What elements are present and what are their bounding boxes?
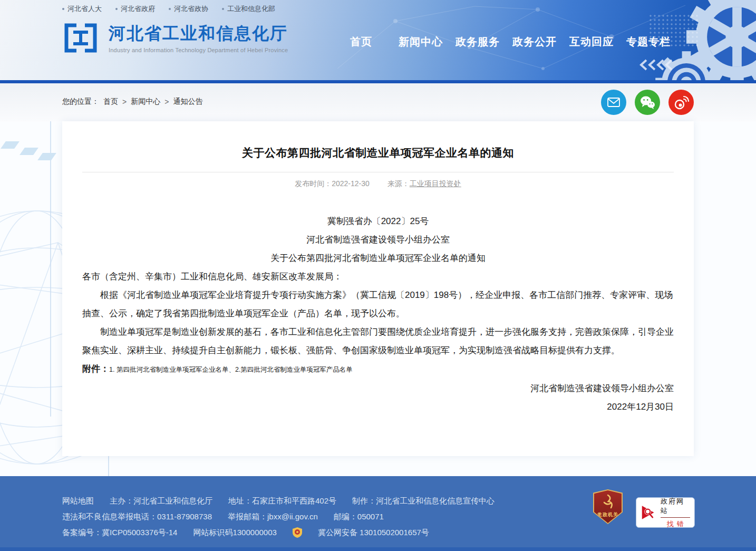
- top-link-zhengfu[interactable]: 河北省政府: [115, 4, 155, 14]
- police-record-link[interactable]: 冀公网安备 13010502001657号: [318, 525, 429, 540]
- nav-disclosure[interactable]: 政务公开: [512, 35, 557, 49]
- party-government-badge: 党政机关: [593, 489, 623, 524]
- title-divider: [82, 172, 674, 172]
- watermark-diamond: [37, 153, 56, 160]
- watermark-diamond: [1, 141, 20, 149]
- top-link-label: 河北省人大: [67, 4, 102, 14]
- breadcrumb-home[interactable]: 首页: [103, 97, 118, 107]
- sitemap-link[interactable]: 网站地图: [62, 493, 94, 509]
- gov-site-error-report-badge[interactable]: 政府网站 找错: [636, 497, 695, 528]
- error-report-divider: [661, 517, 690, 518]
- doc-salutation: 各市（含定州、辛集市）工业和信息化局、雄安新区改革发展局：: [82, 267, 674, 286]
- site-logo-icon: [62, 21, 99, 55]
- site-header: 河北省人大 河北省政府 河北省政协 工业和信息化部 河北省工业和信息化厅 Ind…: [0, 0, 756, 80]
- attachment-label: 附件：: [82, 364, 109, 374]
- publish-date: 发布时间：2022-12-30: [295, 179, 370, 188]
- top-link-miit[interactable]: 工业和信息化部: [222, 4, 275, 14]
- notice-article-card: 关于公布第四批河北省制造业单项冠军企业名单的通知 发布时间：2022-12-30…: [62, 121, 694, 456]
- error-report-magnifier-icon: [641, 504, 657, 521]
- doc-paragraph: 根据《河北省制造业单项冠军企业培育提升专项行动实施方案》（冀工信规〔2019〕1…: [82, 286, 674, 323]
- party-government-badge-inner: 党政机关: [594, 490, 622, 523]
- article-meta: 发布时间：2022-12-30来源：工业项目投资处: [62, 179, 694, 189]
- attachment-line: 附件：1. 第四批河北省制造业单项冠军企业名单、2.第四批河北省制造业单项冠军产…: [82, 360, 674, 379]
- footer-site-code: 网站标识码1300000003: [193, 525, 276, 540]
- attachment-links[interactable]: 1. 第四批河北省制造业单项冠军企业名单、2.第四批河北省制造业单项冠军产品名单: [109, 366, 353, 373]
- wechat-icon: [639, 95, 655, 110]
- watermark-line: [50, 121, 51, 417]
- doc-title: 关于公布第四批河北省制造业单项冠军企业名单的通知: [82, 249, 674, 267]
- main-nav: 首页 新闻中心 政务服务 政务公开 互动回应 专题专栏: [350, 35, 671, 49]
- footer-info: 网站地图 主办：河北省工业和信息化厅 地址：石家庄市和平西路402号 制作：河北…: [62, 493, 510, 540]
- page-title: 关于公布第四批河北省制造业单项冠军企业名单的通知: [62, 146, 694, 160]
- wechat-share-button[interactable]: [635, 90, 660, 115]
- party-emblem-icon: [600, 494, 616, 509]
- bullet-icon: [222, 8, 224, 10]
- site-title: 河北省工业和信息化厅: [109, 24, 288, 43]
- footer-icp: 备案编号：冀ICP05003376号-14: [62, 525, 177, 540]
- signature: 河北省制造强省建设领导小组办公室: [82, 379, 674, 398]
- bullet-icon: [62, 8, 64, 10]
- top-link-label: 河北省政府: [121, 4, 155, 14]
- nav-home[interactable]: 首页: [350, 35, 372, 49]
- error-report-text: 政府网站 找错: [661, 497, 690, 529]
- brand-text: 河北省工业和信息化厅 Industry and Information Tech…: [109, 21, 288, 53]
- bottom-strip: [0, 547, 756, 551]
- doc-number: 冀制强省办〔2022〕25号: [82, 212, 674, 230]
- nav-news[interactable]: 新闻中心: [399, 35, 443, 49]
- footer-postcode: 邮编：050071: [334, 509, 384, 525]
- nav-topics[interactable]: 专题专栏: [626, 35, 671, 49]
- doc-issuer: 河北省制造强省建设领导小组办公室: [82, 230, 674, 249]
- bullet-icon: [115, 8, 118, 10]
- weibo-icon: [673, 95, 689, 110]
- footer-report-phone: 违法和不良信息举报电话：0311-87908738: [62, 509, 212, 525]
- top-link-zhengxie[interactable]: 河北省政协: [169, 4, 208, 14]
- signature-date: 2022年12月30日: [82, 398, 674, 416]
- site-brand: 河北省工业和信息化厅 Industry and Information Tech…: [62, 21, 288, 55]
- breadcrumb-separator: >: [164, 98, 169, 106]
- chevron-arrows-decoration: [639, 59, 677, 71]
- police-badge-icon: [293, 527, 302, 538]
- doc-paragraph: 制造业单项冠军是制造业创新发展的基石，各市工业和信息化主管部门要围绕优质企业培育…: [82, 323, 674, 360]
- notice-body: 冀制强省办〔2022〕25号 河北省制造强省建设领导小组办公室 关于公布第四批河…: [62, 189, 694, 416]
- site-subtitle: Industry and Information Technology Depa…: [109, 47, 288, 53]
- footer-host: 主办：河北省工业和信息化厅: [110, 493, 212, 509]
- breadcrumb-label: 您的位置：: [62, 97, 99, 107]
- top-link-renda[interactable]: 河北省人大: [62, 4, 102, 14]
- footer-line-2: 违法和不良信息举报电话：0311-87908738 举报邮箱：jbxx@ii.g…: [62, 509, 510, 525]
- breadcrumb: 您的位置： 首页 > 新闻中心 > 通知公告: [62, 97, 202, 107]
- top-links-bar: 河北省人大 河北省政府 河北省政协 工业和信息化部: [62, 4, 275, 14]
- weibo-share-button[interactable]: [668, 90, 694, 115]
- nav-services[interactable]: 政务服务: [455, 35, 500, 49]
- nav-interaction[interactable]: 互动回应: [569, 35, 614, 49]
- footer-line-3: 备案编号：冀ICP05003376号-14 网站标识码1300000003 冀公…: [62, 525, 510, 540]
- breadcrumb-row: 您的位置： 首页 > 新闻中心 > 通知公告: [0, 83, 756, 121]
- share-buttons: [601, 90, 694, 115]
- bullet-icon: [169, 8, 171, 10]
- watermark-diamond: [20, 148, 38, 155]
- footer-address: 地址：石家庄市和平西路402号: [228, 493, 336, 509]
- top-link-label: 工业和信息化部: [227, 4, 275, 14]
- party-badge-label: 党政机关: [594, 511, 622, 518]
- footer-report-email: 举报邮箱：jbxx@ii.gov.cn: [228, 509, 318, 525]
- mail-icon: [606, 95, 621, 110]
- breadcrumb-news[interactable]: 新闻中心: [131, 97, 160, 107]
- breadcrumb-notices[interactable]: 通知公告: [173, 97, 202, 107]
- source-label: 来源：: [387, 179, 410, 188]
- error-report-line2: 找错: [667, 519, 687, 529]
- source-link[interactable]: 工业项目投资处: [410, 179, 461, 188]
- footer-producer: 制作：河北省工业和信息化信息宣传中心: [352, 493, 495, 509]
- mail-share-button[interactable]: [601, 90, 626, 115]
- breadcrumb-separator: >: [122, 98, 127, 106]
- footer-line-1: 网站地图 主办：河北省工业和信息化厅 地址：石家庄市和平西路402号 制作：河北…: [62, 493, 510, 509]
- page-body: 关于公布第四批河北省制造业单项冠军企业名单的通知 发布时间：2022-12-30…: [0, 121, 756, 476]
- site-footer: 网站地图 主办：河北省工业和信息化厅 地址：石家庄市和平西路402号 制作：河北…: [0, 476, 756, 547]
- top-link-label: 河北省政协: [174, 4, 208, 14]
- error-report-line1: 政府网站: [661, 497, 690, 516]
